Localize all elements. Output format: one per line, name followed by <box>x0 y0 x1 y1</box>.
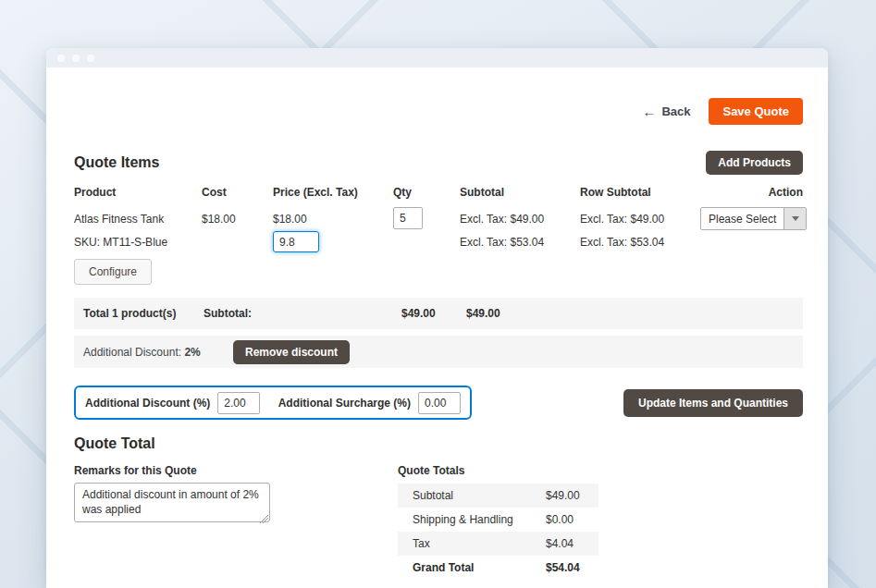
back-label: Back <box>661 104 690 118</box>
discount-percent-label: Additional Discount (%) <box>85 397 210 410</box>
surcharge-percent-label: Additional Surcharge (%) <box>278 397 411 410</box>
product-sku: SKU: MT11-S-Blue <box>74 230 202 253</box>
configure-button[interactable]: Configure <box>74 259 152 285</box>
remove-discount-button[interactable]: Remove discount <box>233 340 350 364</box>
chevron-down-icon <box>783 208 806 229</box>
qty-cell <box>393 207 460 285</box>
quote-totals-table: Subtotal $49.00 Shipping & Handling $0.0… <box>398 484 598 580</box>
adjustments-row: Additional Discount (%) Additional Surch… <box>74 386 803 420</box>
discount-percent-input[interactable] <box>217 392 260 414</box>
totals-row-shipping: Shipping & Handling $0.00 <box>398 508 598 532</box>
remarks-textarea[interactable]: Additional discount in amount of 2% was … <box>74 483 270 522</box>
page-content: ← Back Save Quote Quote Items Add Produc… <box>46 98 828 580</box>
back-button[interactable]: ← Back <box>642 104 690 118</box>
window-control-dot[interactable] <box>87 55 94 62</box>
additional-discount-label: Additional Discount: <box>83 346 181 359</box>
subtotal-excl-tax-2: Excl. Tax: $53.04 <box>460 230 580 253</box>
quote-items-header: Quote Items Add Products <box>74 151 803 175</box>
subtotal-label: Subtotal: <box>204 307 252 320</box>
remarks-column: Remarks for this Quote Additional discou… <box>74 452 270 580</box>
additional-discount-value: 2% <box>184 346 200 359</box>
subtotal-value-2: $49.00 <box>466 307 500 320</box>
price-input[interactable] <box>273 231 319 252</box>
window-titlebar <box>46 48 828 67</box>
column-row-subtotal: Row Subtotal <box>580 186 700 199</box>
surcharge-percent-input[interactable] <box>418 392 461 414</box>
totals-row-subtotal: Subtotal $49.00 <box>398 484 598 508</box>
qty-input[interactable] <box>393 207 423 229</box>
action-cell: Please Select <box>700 207 807 285</box>
discount-surcharge-box: Additional Discount (%) Additional Surch… <box>74 386 472 420</box>
save-quote-button[interactable]: Save Quote <box>709 98 803 125</box>
page-actions: ← Back Save Quote <box>74 98 803 125</box>
quote-total-title: Quote Total <box>74 435 803 452</box>
subtotal-cell: Excl. Tax: $49.00 Excl. Tax: $53.04 <box>460 207 580 285</box>
items-table-header: Product Cost Price (Excl. Tax) Qty Subto… <box>74 186 803 199</box>
subtotal-excl-tax: Excl. Tax: $49.00 <box>460 207 580 230</box>
product-name: Atlas Fitness Tank <box>74 207 202 230</box>
quote-items-title: Quote Items <box>74 154 159 171</box>
price-value: $18.00 <box>273 207 393 230</box>
column-product: Product <box>74 186 202 199</box>
price-cell: $18.00 <box>273 207 393 285</box>
column-subtotal: Subtotal <box>460 186 580 199</box>
column-action: Action <box>700 186 803 199</box>
cost-value: $18.00 <box>202 207 273 230</box>
column-cost: Cost <box>202 186 273 199</box>
action-select-value: Please Select <box>701 208 783 229</box>
row-subtotal-excl-tax: Excl. Tax: $49.00 <box>580 207 700 230</box>
row-subtotal-cell: Excl. Tax: $49.00 Excl. Tax: $53.04 <box>580 207 700 285</box>
column-price: Price (Excl. Tax) <box>273 186 393 199</box>
add-products-button[interactable]: Add Products <box>706 151 803 175</box>
table-row: Atlas Fitness Tank SKU: MT11-S-Blue Conf… <box>74 207 803 285</box>
back-arrow-icon: ← <box>642 104 656 118</box>
cost-cell: $18.00 <box>202 207 273 285</box>
row-subtotal-excl-tax-2: Excl. Tax: $53.04 <box>580 230 700 253</box>
remarks-label: Remarks for this Quote <box>74 464 270 477</box>
subtotal-value-1: $49.00 <box>401 307 436 320</box>
quote-totals-column: Quote Totals Subtotal $49.00 Shipping & … <box>398 452 598 580</box>
items-totals-bar: Total 1 product(s) Subtotal: $49.00 $49.… <box>74 298 803 329</box>
quote-total-section: Remarks for this Quote Additional discou… <box>74 452 803 580</box>
quote-totals-title: Quote Totals <box>398 464 598 477</box>
product-cell: Atlas Fitness Tank SKU: MT11-S-Blue Conf… <box>74 207 202 285</box>
app-window: ← Back Save Quote Quote Items Add Produc… <box>46 48 828 588</box>
totals-row-tax: Tax $4.04 <box>398 532 598 556</box>
total-products-label: Total 1 product(s) <box>83 307 176 320</box>
update-items-button[interactable]: Update Items and Quantities <box>623 389 803 417</box>
totals-row-grand-total: Grand Total $54.04 <box>398 556 598 580</box>
column-qty: Qty <box>393 186 460 199</box>
applied-discount-bar: Additional Discount: 2% Remove discount <box>74 336 803 368</box>
window-control-dot[interactable] <box>72 55 80 62</box>
window-control-dot[interactable] <box>57 55 65 62</box>
action-select[interactable]: Please Select <box>700 207 807 230</box>
